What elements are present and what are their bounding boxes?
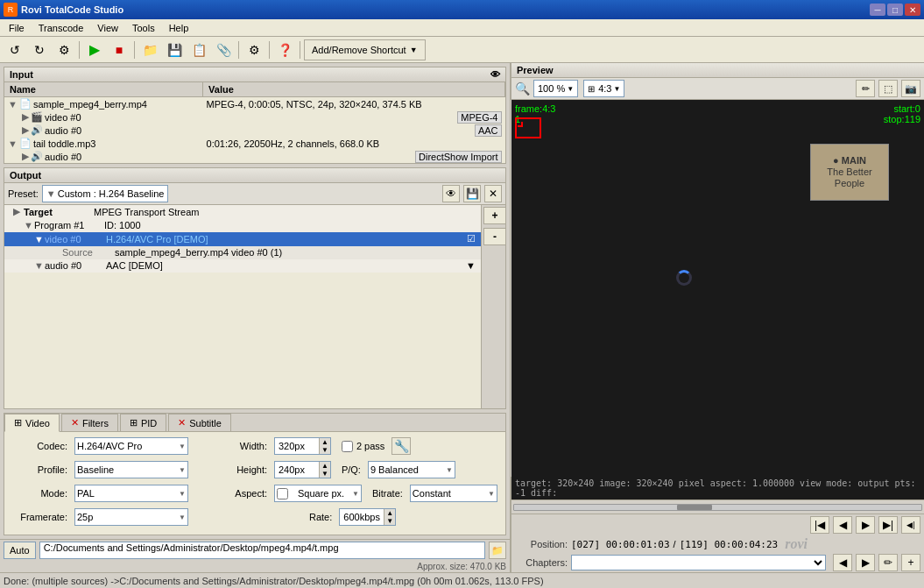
height-field[interactable]	[275, 464, 319, 475]
rate-down-arrow[interactable]: ▼	[384, 517, 395, 525]
output-path-field[interactable]: C:/Documents and Settings/Administrator/…	[39, 542, 485, 559]
rate-field[interactable]	[340, 512, 384, 522]
mark-in-button[interactable]: ◀|	[901, 516, 920, 534]
subtitle-tab-close-icon: ✕	[178, 417, 186, 429]
input-row-audio0b[interactable]: ▶ 🔊 audio #0 DirectShow Import	[4, 150, 505, 163]
bitrate-select[interactable]: Constant ▼	[410, 485, 497, 502]
framerate-select[interactable]: 25p ▼	[74, 508, 188, 526]
input-row-file1[interactable]: ▼ 📄 sample_mpeg4_berry.mp4 MPEG-4, 0:00:…	[4, 97, 505, 111]
zoom-arrow-icon: ▼	[567, 85, 574, 93]
input-row-audio0a[interactable]: ▶ 🔊 audio #0 AAC	[4, 124, 505, 137]
codec-label: Codec:	[10, 441, 71, 451]
zoom-dropdown[interactable]: 100 % ▼	[533, 80, 578, 97]
toolbar-new[interactable]: ↺	[4, 39, 26, 60]
toolbar-copy[interactable]: 📋	[187, 39, 210, 60]
preview-scrollbar-thumb[interactable]	[677, 505, 712, 510]
toolbar-folder[interactable]: 📁	[138, 39, 161, 60]
step-back-button[interactable]: ◀	[833, 516, 852, 534]
preview-toolbar: 🔍 100 % ▼ ⊞ 4:3 ▼ ✏ ⬚ 📷	[511, 78, 924, 100]
width-up-arrow[interactable]: ▲	[319, 438, 330, 446]
tab-filters[interactable]: ✕ Filters	[61, 414, 118, 431]
profile-select[interactable]: Baseline ▼	[74, 461, 188, 478]
preview-snapshot-button[interactable]: 📷	[901, 80, 920, 97]
wrench-button[interactable]: 🔧	[391, 437, 411, 455]
output-row-audio0[interactable]: ▼ audio #0 AAC [DEMO] ▼	[4, 259, 481, 273]
pq-select[interactable]: 9 Balanced ▼	[368, 461, 455, 478]
toolbar-play[interactable]: ▶	[83, 39, 106, 60]
chapters-select[interactable]	[571, 555, 826, 570]
aspect-checkbox[interactable]	[277, 488, 288, 499]
framerate-label: Framerate:	[10, 512, 71, 522]
chapters-edit-button[interactable]: ✏	[878, 554, 898, 571]
output-remove-button[interactable]: -	[483, 228, 505, 245]
menu-file[interactable]: File	[2, 19, 32, 36]
output-save-button[interactable]: 💾	[463, 185, 481, 202]
input-row-video0[interactable]: ▶ 🎬 video #0 MPEG-4	[4, 110, 505, 124]
ratio-dropdown[interactable]: ⊞ 4:3 ▼	[583, 80, 624, 97]
output-row-video0[interactable]: ▼ video #0 H.264/AVC Pro [DEMO] ☑	[4, 232, 481, 246]
add-remove-shortcut-button[interactable]: Add/Remove Shortcut ▼	[304, 39, 426, 60]
status-text: Done: (multiple sources) ->C:/Documents …	[4, 576, 544, 586]
input-row-file2[interactable]: ▼ 📄 tail toddle.mp3 0:01:26, 22050Hz, 2 …	[4, 137, 505, 150]
toolbar: ↺ ↻ ⚙ ▶ ■ 📁 💾 📋 📎 ⚙ ❓ Add/Remove Shortcu…	[0, 37, 924, 63]
preview-thumbnail: ● MAIN The Better People	[810, 144, 889, 201]
chapters-back-button[interactable]: ◀	[833, 554, 852, 571]
goto-end-button[interactable]: ▶|	[878, 516, 898, 534]
minimize-button[interactable]: ─	[870, 4, 885, 16]
output-add-button[interactable]: +	[483, 207, 505, 224]
preview-corner-marker	[518, 122, 523, 127]
toolbar-open[interactable]: ↻	[28, 39, 51, 60]
preview-edit-button[interactable]: ✏	[856, 80, 875, 97]
toolbar-config[interactable]: ⚙	[243, 39, 265, 60]
preset-dropdown[interactable]: ▼ Custom : H.264 Baseline	[42, 185, 169, 202]
toolbar-settings[interactable]: ⚙	[53, 39, 75, 60]
tab-pid[interactable]: ⊞ PID	[120, 414, 166, 431]
output-row-program1[interactable]: ▼ Program #1 ID: 1000	[4, 219, 481, 232]
height-down-arrow[interactable]: ▼	[319, 470, 330, 478]
menu-transcode[interactable]: Transcode	[32, 19, 91, 36]
profile-row: Profile: Baseline ▼	[10, 461, 188, 478]
menu-help[interactable]: Help	[162, 19, 196, 36]
approx-size: Approx. size: 470.0 KB	[0, 561, 510, 572]
output-eye-button[interactable]: 👁	[442, 185, 460, 202]
path-row: Auto C:/Documents and Settings/Administr…	[0, 539, 510, 561]
preview-scrollbar[interactable]	[511, 499, 924, 514]
toolbar-stop[interactable]: ■	[108, 39, 130, 60]
twopass-checkbox[interactable]	[342, 441, 353, 452]
output-row-target[interactable]: ▶ Target MPEG Transport Stream	[4, 205, 481, 219]
output-row-source[interactable]: Source sample_mpeg4_berry.mp4 video #0 (…	[4, 246, 481, 259]
tab-video[interactable]: ⊞ Video	[4, 414, 60, 432]
width-field[interactable]	[275, 441, 319, 451]
toolbar-clip[interactable]: 📎	[212, 39, 235, 60]
output-close-button[interactable]: ✕	[484, 185, 502, 202]
aspect-select[interactable]: Square px. ▼	[274, 485, 362, 502]
codec-select[interactable]: H.264/AVC Pro ▼	[74, 437, 188, 455]
browse-button[interactable]: 📁	[489, 542, 506, 559]
menu-view[interactable]: View	[90, 19, 125, 36]
rate-input[interactable]: ▲ ▼	[339, 508, 396, 526]
output-side-buttons: + -	[481, 205, 505, 408]
tabs-bar: ⊞ Video ✕ Filters ⊞ PID ✕ Subtitle	[4, 414, 505, 432]
width-input[interactable]: ▲ ▼	[274, 437, 331, 455]
chapters-add-button[interactable]: +	[901, 554, 920, 571]
mode-select[interactable]: PAL ▼	[74, 485, 188, 502]
step-forward-button[interactable]: ▶	[856, 516, 875, 534]
height-input[interactable]: ▲ ▼	[274, 461, 331, 478]
tab-subtitle[interactable]: ✕ Subtitle	[168, 414, 231, 431]
goto-start-button[interactable]: |◀	[810, 516, 829, 534]
close-button[interactable]: ✕	[905, 4, 920, 16]
mode-label: Mode:	[10, 488, 71, 499]
chapters-forward-button[interactable]: ▶	[856, 554, 875, 571]
toolbar-help[interactable]: ❓	[273, 39, 296, 60]
rate-row: Rate: ▲ ▼	[209, 508, 497, 526]
zoom-icon: 🔍	[515, 81, 530, 96]
width-down-arrow[interactable]: ▼	[319, 446, 330, 454]
maximize-button[interactable]: □	[887, 4, 903, 16]
height-up-arrow[interactable]: ▲	[319, 462, 330, 470]
input-eye-icon[interactable]: 👁	[490, 69, 500, 80]
toolbar-save[interactable]: 💾	[163, 39, 186, 60]
rate-up-arrow[interactable]: ▲	[384, 509, 395, 517]
preview-crop-button[interactable]: ⬚	[878, 80, 898, 97]
auto-button[interactable]: Auto	[4, 542, 36, 559]
menu-tools[interactable]: Tools	[125, 19, 162, 36]
